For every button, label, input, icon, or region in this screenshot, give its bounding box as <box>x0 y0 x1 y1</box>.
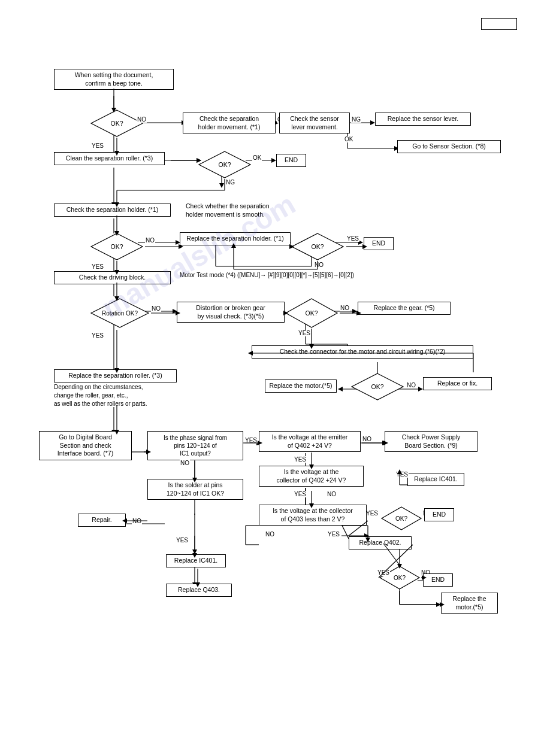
ok-diamond-2: OK? <box>198 150 252 179</box>
check-driving-text: Check the driving block. <box>79 274 146 281</box>
check-separation-holder: Check the separation holder. (*1) <box>54 204 171 217</box>
replace-motor-1-text: Replace the motor.(*5) <box>269 382 332 389</box>
check-connector-text: Check the connector for the motor and ci… <box>280 348 446 355</box>
replace-motor-1: Replace the motor.(*5) <box>265 379 337 393</box>
check-connector: Check the connector for the motor and ci… <box>252 345 473 359</box>
replace-q402: Replace Q402. <box>349 536 412 549</box>
end-1-text: END <box>285 156 298 163</box>
end-4-text: END <box>431 576 445 583</box>
end-1: END <box>276 154 306 167</box>
go-sensor-text: Go to Sensor Section. (*8) <box>412 142 486 150</box>
solder-pins-text: Is the solder at pins120~124 of IC1 OK? <box>167 481 224 497</box>
ok-label-6: OK? <box>350 372 404 401</box>
end-2-text: END <box>372 239 385 247</box>
replace-sensor-lever: Replace the sensor lever. <box>375 113 471 126</box>
go-to-sensor-section: Go to Sensor Section. (*8) <box>397 140 501 153</box>
voltage-emitter: Is the voltage at the emitterof Q402 +24… <box>259 431 361 452</box>
no-label-d6: NO <box>406 382 416 388</box>
ok-diamond-4: OK? <box>291 232 344 261</box>
replace-q403-text: Replace Q403. <box>178 586 220 593</box>
yes-label-d4: YES <box>346 235 359 242</box>
no-label-d3: NO <box>145 237 155 244</box>
flowchart: When setting the document,confirm a beep… <box>0 0 535 756</box>
no-label-rotation: NO <box>151 305 161 312</box>
no-label-1: NO <box>137 116 147 123</box>
voltage-emitter-text: Is the voltage at the emitterof Q402 +24… <box>272 433 348 449</box>
replace-separation-roller-2: Replace the separation roller. (*3) <box>54 369 177 382</box>
check-sensor-lever: Check the sensorlever movement. <box>279 113 350 133</box>
end-4: END <box>423 573 453 587</box>
yes-q402: YES <box>294 491 307 497</box>
no-emitter: NO <box>362 436 372 442</box>
ok-label-3: OK? <box>90 232 144 261</box>
yes-label-rotation: YES <box>91 332 104 339</box>
svg-marker-46 <box>338 387 343 391</box>
ok-diamond-3: OK? <box>90 232 144 261</box>
voltage-collector-q402: Is the voltage at thecollector of Q402 +… <box>259 466 364 487</box>
replace-gear-text: Replace the gear. (*5) <box>373 304 434 311</box>
no-q402: NO <box>327 491 337 497</box>
yes-ok-q402: YES <box>377 569 390 576</box>
ok-diamond-1: OK? <box>90 109 144 138</box>
yes-ok-bottom: YES <box>365 510 379 517</box>
check-power-supply: Check Power SupplyBoard Section. (*9) <box>385 431 477 452</box>
replace-q403: Replace Q403. <box>166 584 232 597</box>
no-solder: NO <box>132 518 142 524</box>
svg-marker-38 <box>352 309 357 314</box>
ok-label-d2: OK <box>252 154 262 161</box>
svg-marker-48 <box>418 387 423 391</box>
no-q403: NO <box>265 531 275 538</box>
yes-solder: YES <box>176 537 189 544</box>
replace-or-fix: Replace or fix. <box>423 377 492 390</box>
ok-label-2: OK? <box>198 150 252 179</box>
ok-diamond-6: OK? <box>350 372 404 401</box>
end-3: END <box>424 508 454 521</box>
replace-sep-holder-text: Replace the separation holder. (*1) <box>186 235 283 242</box>
rotation-ok-label: Rotation OK? <box>90 297 150 329</box>
end-2: END <box>364 237 394 250</box>
phase-signal-box: Is the phase signal frompins 120~124 ofI… <box>147 431 243 460</box>
replace-ic401-b: Replace IC401. <box>407 473 464 486</box>
svg-marker-64 <box>192 549 197 554</box>
svg-marker-16 <box>219 183 224 188</box>
yes-label-d5: YES <box>298 330 311 336</box>
repair: Repair. <box>78 514 126 527</box>
svg-line-145 <box>342 526 349 539</box>
ok-diamond-bottom: OK? <box>380 506 422 531</box>
voltage-collector-q403: Is the voltage at the collectorof Q403 l… <box>259 505 367 526</box>
replace-ic401-a-text: Replace IC401. <box>174 557 217 564</box>
no-label-d4: NO <box>314 262 324 268</box>
ok-sensor-down: OK <box>344 136 353 142</box>
ok-bottom-label: OK? <box>380 506 422 531</box>
svg-marker-76 <box>436 602 441 607</box>
replace-sensor-text: Replace the sensor lever. <box>388 115 458 122</box>
yes-q403: YES <box>327 531 340 538</box>
check-sep-holder-text: Check the separationholder movement. (*1… <box>198 115 261 130</box>
check-separation-holder-movement: Check the separationholder movement. (*1… <box>183 113 276 133</box>
replace-ic401-b-text: Replace IC401. <box>414 475 457 482</box>
start-text: When setting the document,confirm a beep… <box>75 71 153 87</box>
phase-signal-text: Is the phase signal frompins 120~124 ofI… <box>164 435 227 457</box>
motor-test-mode: Motor Test mode (*4) ([MENU]→ [#][9][0][… <box>180 271 503 280</box>
go-digital-board: Go to Digital BoardSection and checkInte… <box>39 431 132 460</box>
replace-ic401-a: Replace IC401. <box>166 554 226 567</box>
replace-gear: Replace the gear. (*5) <box>358 302 451 315</box>
yes-label-1: YES <box>91 142 104 149</box>
page-number-box <box>481 18 517 30</box>
replace-separation-holder: Replace the separation holder. (*1) <box>180 232 291 245</box>
start-box: When setting the document,confirm a beep… <box>54 69 174 90</box>
clean-sep-text: Clean the separation roller. (*3) <box>66 154 153 162</box>
ok-label-4: OK? <box>291 232 344 261</box>
ng-label-d2: NG <box>225 179 235 186</box>
check-power-text: Check Power SupplyBoard Section. (*9) <box>402 433 460 449</box>
no-phase: NO <box>180 460 190 466</box>
yes-phase: YES <box>244 437 258 444</box>
check-sensor-text: Check the sensorlever movement. <box>290 115 339 130</box>
ng-label: NG <box>351 116 361 123</box>
go-digital-text: Go to Digital BoardSection and checkInte… <box>58 433 113 457</box>
ok-label-1: OK? <box>90 109 144 138</box>
clean-separation-roller: Clean the separation roller. (*3) <box>54 152 165 165</box>
end-3-text: END <box>433 511 446 518</box>
distortion-text: Distortion or broken gearby visual check… <box>196 304 265 320</box>
replace-or-fix-text: Replace or fix. <box>437 379 477 387</box>
